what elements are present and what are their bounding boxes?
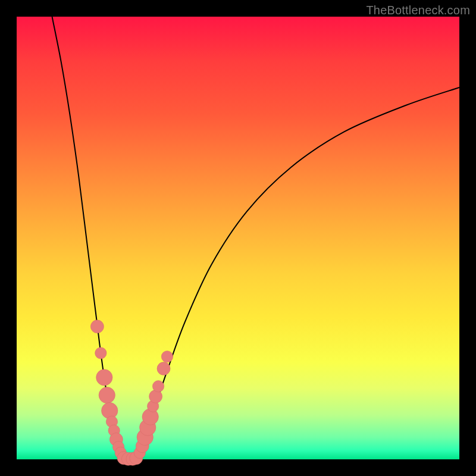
plot-area (17, 17, 459, 459)
bead-marker (157, 362, 170, 375)
bead-marker (161, 351, 173, 362)
bead-marker (152, 381, 164, 392)
bead-marker (99, 387, 115, 403)
plot-svg (17, 17, 459, 459)
curve-right (136, 87, 459, 459)
beads-right (134, 351, 173, 459)
chart-container: TheBottleneck.com (0, 0, 476, 476)
beads-left (90, 320, 126, 459)
bead-marker (96, 369, 112, 386)
bead-marker (95, 347, 107, 359)
watermark-text: TheBottleneck.com (366, 4, 470, 17)
bead-marker (90, 320, 104, 333)
